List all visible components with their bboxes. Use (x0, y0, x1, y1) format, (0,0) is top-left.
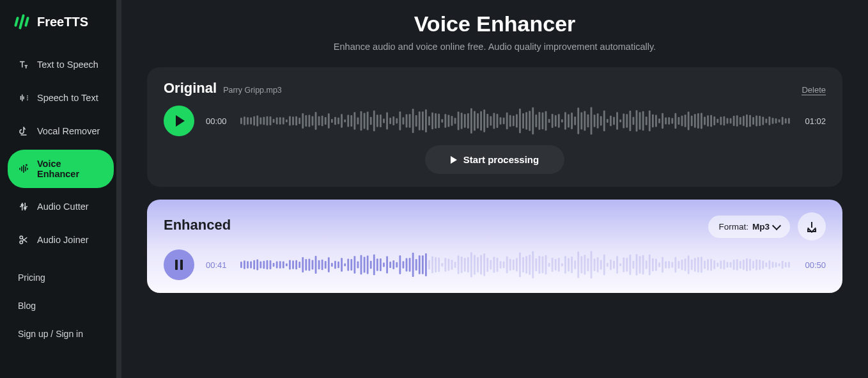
sidebar-item-text-to-speech[interactable]: Text to Speech (8, 50, 114, 79)
start-processing-button[interactable]: Start processing (425, 145, 564, 174)
svg-rect-6 (247, 117, 249, 124)
download-button[interactable] (798, 212, 826, 240)
sidebar: FreeTTS Text to Speech Speech to Text Vo… (0, 0, 121, 378)
original-waveform[interactable] (240, 106, 791, 136)
svg-rect-232 (428, 260, 430, 269)
delete-button[interactable]: Delete (802, 85, 826, 95)
sidebar-item-auth[interactable]: Sign up / Sign in (0, 322, 121, 345)
svg-rect-276 (571, 256, 573, 273)
svg-rect-210 (357, 261, 359, 268)
svg-rect-312 (688, 255, 690, 274)
svg-rect-110 (584, 111, 585, 131)
svg-rect-335 (762, 261, 764, 269)
svg-rect-206 (344, 264, 346, 266)
svg-rect-280 (584, 255, 585, 275)
original-title: Original (164, 80, 217, 97)
svg-rect-300 (649, 255, 651, 275)
enhanced-title: Enhanced (164, 217, 231, 233)
sidebar-item-voice-enhancer[interactable]: Voice Enhancer (8, 150, 114, 188)
svg-rect-261 (522, 257, 524, 272)
svg-rect-163 (756, 115, 757, 126)
svg-rect-67 (444, 114, 446, 127)
svg-rect-215 (373, 255, 375, 275)
svg-rect-137 (671, 118, 673, 123)
svg-rect-78 (480, 111, 482, 130)
svg-rect-104 (564, 112, 566, 130)
svg-rect-46 (376, 114, 378, 127)
svg-rect-216 (376, 258, 378, 271)
svg-rect-76 (474, 111, 476, 130)
sidebar-item-audio-joiner[interactable]: Audio Joiner (8, 225, 114, 255)
svg-rect-135 (665, 118, 667, 125)
svg-rect-128 (642, 111, 644, 131)
svg-rect-282 (591, 251, 593, 278)
sidebar-item-speech-to-text[interactable]: Speech to Text (8, 83, 114, 113)
svg-rect-221 (392, 260, 394, 269)
svg-rect-142 (688, 111, 690, 130)
svg-rect-9 (256, 116, 258, 127)
svg-rect-109 (580, 113, 582, 130)
format-dropdown[interactable]: Format: Mp3 (708, 216, 790, 238)
speech-to-text-icon (18, 92, 29, 104)
svg-rect-242 (461, 256, 463, 273)
svg-rect-226 (409, 258, 411, 271)
sidebar-item-label: Text to Speech (37, 59, 98, 70)
svg-rect-63 (431, 113, 433, 130)
sidebar-item-label: Speech to Text (37, 93, 98, 103)
enhanced-current-time: 00:41 (206, 260, 229, 270)
svg-rect-182 (267, 260, 268, 269)
svg-rect-115 (600, 116, 602, 126)
svg-rect-56 (409, 114, 411, 127)
sidebar-item-pricing[interactable]: Pricing (0, 266, 121, 289)
svg-rect-184 (273, 263, 275, 267)
svg-rect-248 (480, 255, 482, 274)
svg-rect-116 (603, 111, 605, 131)
main: Voice Enhancer Enhance audio and voice o… (121, 0, 868, 378)
svg-rect-123 (626, 114, 628, 127)
svg-rect-279 (580, 256, 582, 274)
svg-rect-157 (736, 115, 738, 126)
svg-rect-52 (396, 118, 398, 123)
svg-rect-317 (704, 261, 706, 269)
svg-rect-60 (422, 111, 424, 130)
svg-rect-198 (318, 260, 320, 270)
svg-rect-297 (639, 256, 641, 274)
svg-rect-340 (779, 263, 780, 266)
svg-rect-273 (561, 263, 563, 266)
svg-rect-225 (406, 258, 408, 272)
svg-rect-145 (697, 113, 699, 129)
svg-rect-20 (292, 116, 294, 125)
svg-rect-301 (652, 258, 654, 271)
svg-rect-341 (782, 261, 784, 269)
svg-rect-29 (322, 116, 323, 126)
svg-rect-325 (730, 262, 732, 268)
pause-button[interactable] (164, 249, 194, 280)
sidebar-item-label: Audio Joiner (37, 235, 89, 245)
svg-rect-85 (503, 118, 505, 124)
svg-rect-51 (392, 116, 394, 125)
sidebar-item-audio-cutter[interactable]: Audio Cutter (8, 192, 114, 221)
svg-rect-92 (525, 112, 527, 130)
sidebar-item-vocal-remover[interactable]: Vocal Remover (8, 116, 114, 146)
svg-rect-293 (626, 258, 628, 271)
logo[interactable]: FreeTTS (0, 0, 121, 50)
svg-rect-141 (685, 114, 686, 127)
svg-rect-246 (474, 255, 476, 274)
svg-rect-169 (775, 118, 777, 123)
enhanced-waveform[interactable] (240, 249, 791, 280)
svg-rect-283 (594, 258, 596, 271)
svg-rect-188 (286, 264, 288, 266)
svg-rect-252 (493, 256, 495, 272)
svg-rect-289 (613, 261, 615, 269)
svg-rect-195 (308, 258, 310, 271)
svg-rect-165 (762, 117, 764, 125)
svg-rect-84 (500, 117, 502, 124)
svg-rect-90 (519, 109, 521, 133)
svg-rect-161 (749, 115, 751, 127)
play-button[interactable] (164, 106, 194, 136)
svg-rect-236 (441, 263, 443, 266)
svg-rect-139 (678, 117, 680, 125)
svg-rect-49 (386, 112, 388, 129)
svg-rect-91 (522, 113, 524, 129)
sidebar-item-blog[interactable]: Blog (0, 294, 121, 317)
